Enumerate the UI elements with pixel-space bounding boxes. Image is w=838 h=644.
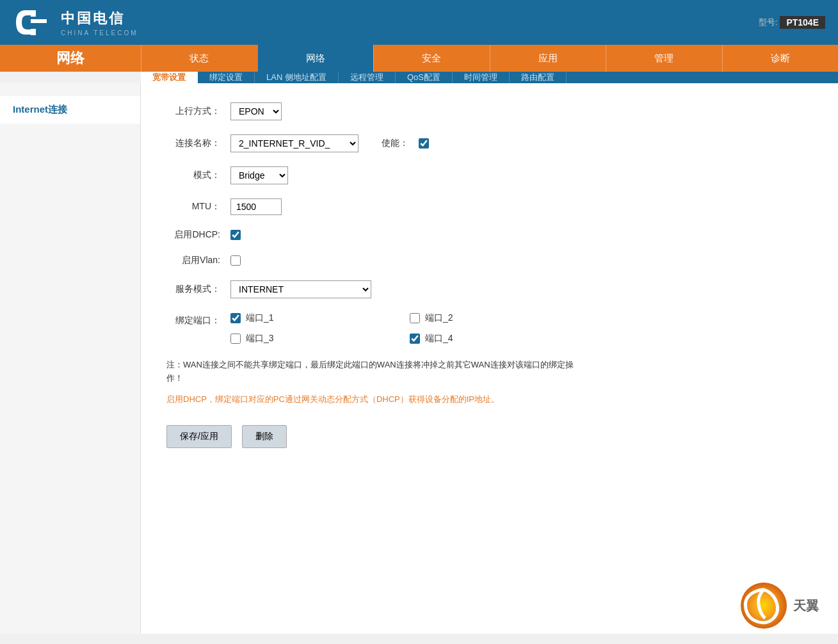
delete-button[interactable]: 删除	[242, 425, 287, 448]
port-2-item: 端口_2	[410, 312, 538, 324]
model-value: PT104E	[780, 16, 825, 29]
uplink-row: 上行方式： EPON GPON ETH	[166, 102, 812, 120]
enable-label: 使能：	[382, 138, 408, 149]
section-label-block: 网络	[0, 45, 141, 72]
note-orange: 启用DHCP，绑定端口对应的PC通过网关动态分配方式（DHCP）获得设备分配的I…	[166, 393, 576, 407]
sub-tab-route[interactable]: 路由配置	[510, 72, 567, 83]
mode-label: 模式：	[166, 170, 230, 181]
footer-logo: 天翼	[738, 580, 819, 631]
sub-tab-time[interactable]: 时间管理	[453, 72, 510, 83]
nav-tab-admin[interactable]: 管理	[606, 45, 722, 72]
mtu-input[interactable]	[230, 198, 282, 215]
svg-rect-0	[31, 10, 36, 17]
conn-name-control: 2_INTERNET_R_VID_ 使能：	[230, 134, 429, 152]
port-label: 绑定端口：	[166, 312, 230, 326]
mode-row: 模式： Bridge Router PPPoE	[166, 166, 812, 184]
header: 中国电信 CHINA TELECOM 型号: PT104E	[0, 0, 838, 45]
tianyi-text: 天翼	[793, 597, 819, 615]
port-grid: 端口_1 端口_2 端口_3 端口_4	[230, 312, 538, 344]
logo-text-block: 中国电信 CHINA TELECOM	[61, 9, 138, 36]
service-control: INTERNET TR069 VOIP	[230, 280, 371, 298]
port-2-checkbox[interactable]	[410, 313, 420, 323]
tianyi-logo-icon	[738, 580, 789, 631]
logo-area: 中国电信 CHINA TELECOM	[13, 5, 138, 40]
main-layout: Internet连接 上行方式： EPON GPON ETH 连接名称： 2_I…	[0, 83, 838, 634]
svg-rect-1	[31, 29, 36, 35]
port-4-item: 端口_4	[410, 333, 538, 344]
port-1-item: 端口_1	[230, 312, 359, 324]
logo-chinese: 中国电信	[61, 9, 125, 28]
service-label: 服务模式：	[166, 284, 230, 295]
dhcp-control	[230, 230, 241, 240]
port-2-label: 端口_2	[425, 312, 453, 324]
port-3-item: 端口_3	[230, 333, 359, 344]
main-nav: 网络 状态 网络 安全 应用 管理 诊断	[0, 45, 838, 72]
sub-tab-qos[interactable]: QoS配置	[396, 72, 453, 83]
sub-tab-remote[interactable]: 远程管理	[339, 72, 396, 83]
port-4-checkbox[interactable]	[410, 334, 420, 344]
service-select[interactable]: INTERNET TR069 VOIP	[230, 280, 371, 298]
port-3-checkbox[interactable]	[230, 334, 241, 344]
sidebar: Internet连接	[0, 83, 141, 634]
model-label: 型号:	[759, 17, 778, 28]
save-button[interactable]: 保存/应用	[166, 425, 232, 448]
conn-name-label: 连接名称：	[166, 138, 230, 149]
uplink-label: 上行方式：	[166, 106, 230, 117]
sub-tab-broadband[interactable]: 宽带设置	[141, 72, 198, 83]
sub-tab-binding[interactable]: 绑定设置	[198, 72, 255, 83]
nav-tabs: 状态 网络 安全 应用 管理 诊断	[141, 45, 838, 72]
mode-select[interactable]: Bridge Router PPPoE	[230, 166, 288, 184]
uplink-control: EPON GPON ETH	[230, 102, 282, 120]
port-3-label: 端口_3	[246, 333, 274, 344]
dhcp-row: 启用DHCP:	[166, 229, 812, 241]
service-row: 服务模式： INTERNET TR069 VOIP	[166, 280, 812, 298]
uplink-select[interactable]: EPON GPON ETH	[230, 102, 282, 120]
vlan-row: 启用Vlan:	[166, 255, 812, 266]
conn-name-select[interactable]: 2_INTERNET_R_VID_	[230, 134, 359, 152]
nav-tab-apps[interactable]: 应用	[490, 45, 606, 72]
port-binding-row: 绑定端口： 端口_1 端口_2 端口_3 端口_4	[166, 312, 812, 344]
section-label: 网络	[56, 49, 85, 68]
enable-checkbox[interactable]	[419, 138, 429, 149]
main-content: 上行方式： EPON GPON ETH 连接名称： 2_INTERNET_R_V…	[141, 83, 838, 634]
model-info: 型号: PT104E	[759, 16, 825, 29]
note-black: 注：WAN连接之间不能共享绑定端口，最后绑定此端口的WAN连接将冲掉之前其它WA…	[166, 358, 576, 385]
nav-tab-security[interactable]: 安全	[373, 45, 490, 72]
button-row: 保存/应用 删除	[166, 425, 812, 448]
sub-tab-lan[interactable]: LAN 侧地址配置	[255, 72, 339, 83]
mtu-control	[230, 198, 282, 215]
port-1-label: 端口_1	[246, 312, 274, 324]
mtu-label: MTU：	[166, 201, 230, 213]
nav-tab-network[interactable]: 网络	[257, 45, 374, 72]
port-4-label: 端口_4	[425, 333, 453, 344]
conn-name-row: 连接名称： 2_INTERNET_R_VID_ 使能：	[166, 134, 812, 152]
dhcp-label: 启用DHCP:	[166, 229, 230, 241]
logo-english: CHINA TELECOM	[61, 29, 138, 36]
china-telecom-logo-icon	[13, 5, 54, 40]
vlan-control	[230, 255, 241, 266]
vlan-checkbox[interactable]	[230, 255, 241, 266]
sidebar-item-internet[interactable]: Internet连接	[0, 96, 140, 124]
vlan-label: 启用Vlan:	[166, 255, 230, 266]
nav-tab-status[interactable]: 状态	[141, 45, 257, 72]
dhcp-checkbox[interactable]	[230, 230, 241, 240]
nav-tab-diag[interactable]: 诊断	[722, 45, 839, 72]
mode-control: Bridge Router PPPoE	[230, 166, 288, 184]
mtu-row: MTU：	[166, 198, 812, 215]
sub-nav: 宽带设置 绑定设置 LAN 侧地址配置 远程管理 QoS配置 时间管理 路由配置	[141, 72, 838, 83]
svg-rect-2	[31, 19, 47, 23]
port-1-checkbox[interactable]	[230, 313, 241, 323]
